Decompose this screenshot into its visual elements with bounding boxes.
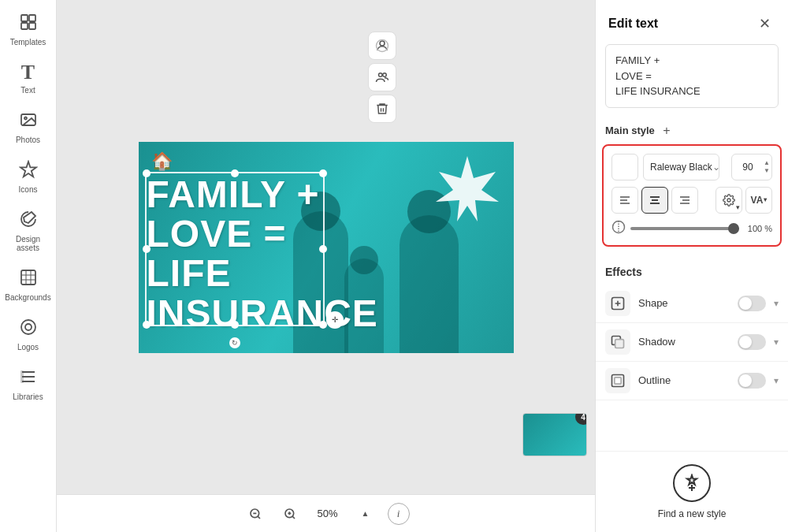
svg-rect-31 bbox=[615, 377, 621, 383]
templates-icon bbox=[19, 13, 38, 35]
font-select-wrapper: Raleway Black bbox=[643, 154, 727, 180]
svg-rect-2 bbox=[21, 23, 28, 29]
close-panel-button[interactable]: ✕ bbox=[753, 13, 775, 35]
svg-rect-6 bbox=[21, 270, 35, 285]
thumbnail-item[interactable]: 4 bbox=[522, 413, 587, 456]
opacity-slider[interactable] bbox=[630, 227, 739, 230]
libraries-icon bbox=[19, 367, 38, 389]
canvas-image[interactable]: 🏠 FAMILY + LOVE = LIFE INSURANCE bbox=[139, 142, 514, 353]
svg-point-5 bbox=[24, 117, 27, 120]
main-style-label: Main style bbox=[605, 125, 655, 136]
text-icon: T bbox=[21, 62, 35, 83]
sidebar-item-logos[interactable]: Logos bbox=[3, 311, 54, 358]
panel-title: Edit text bbox=[608, 17, 658, 31]
handle-tl[interactable] bbox=[143, 169, 151, 177]
effect-item-outline: Outline ▾ bbox=[596, 362, 788, 400]
style-row-1: Raleway Black ▲ ▼ bbox=[611, 154, 772, 180]
sidebar-item-photos[interactable]: Photos bbox=[3, 104, 54, 151]
right-panel-toolbar bbox=[368, 32, 396, 123]
svg-point-12 bbox=[379, 73, 383, 77]
svg-point-8 bbox=[25, 324, 32, 330]
panel-header: Edit text ✕ bbox=[596, 0, 788, 44]
effects-header: Effects bbox=[596, 256, 788, 285]
sidebar-item-icons[interactable]: Icons bbox=[3, 154, 54, 200]
find-style-icon-button[interactable] bbox=[673, 464, 711, 502]
text-preview-box[interactable]: FAMILY + LOVE = LIFE INSURANCE bbox=[605, 44, 779, 108]
design-assets-icon bbox=[19, 210, 38, 232]
outline-toggle[interactable] bbox=[738, 373, 766, 389]
handle-ml[interactable] bbox=[143, 245, 151, 253]
thumbnail-badge: 4 bbox=[575, 413, 587, 425]
sidebar-item-design-assets-label: Design assets bbox=[8, 235, 49, 252]
font-size-wrapper: ▲ ▼ bbox=[731, 154, 772, 180]
people-tool-button[interactable] bbox=[368, 63, 396, 91]
thumbnail-strip: 4 bbox=[522, 413, 587, 456]
trash-tool-button[interactable] bbox=[368, 95, 396, 123]
sidebar-item-backgrounds[interactable]: Backgrounds bbox=[3, 262, 54, 308]
style-box: Raleway Black ▲ ▼ bbox=[602, 144, 782, 247]
icons-icon bbox=[19, 160, 38, 182]
handle-bl[interactable] bbox=[143, 321, 151, 329]
canvas-house-icon: 🏠 bbox=[151, 151, 173, 172]
shadow-chevron[interactable]: ▾ bbox=[774, 337, 779, 348]
outline-effect-icon bbox=[605, 368, 630, 393]
handle-br[interactable] bbox=[319, 321, 327, 329]
shape-chevron[interactable]: ▾ bbox=[774, 298, 779, 309]
align-left-button[interactable] bbox=[611, 187, 638, 214]
color-swatch[interactable] bbox=[611, 154, 638, 180]
shadow-effect-label: Shadow bbox=[638, 336, 730, 348]
shape-toggle[interactable] bbox=[738, 296, 766, 311]
sidebar-item-libraries[interactable]: Libraries bbox=[3, 361, 54, 407]
edit-panel: Edit text ✕ FAMILY + LOVE = LIFE INSURAN… bbox=[595, 0, 788, 532]
font-size-down[interactable]: ▼ bbox=[764, 167, 770, 175]
text-settings-button[interactable]: ▾ bbox=[716, 187, 742, 214]
shadow-toggle[interactable] bbox=[738, 334, 766, 350]
sidebar-item-logos-label: Logos bbox=[17, 343, 39, 352]
shape-effect-label: Shape bbox=[638, 297, 730, 309]
bottom-toolbar: 50% ▲ i bbox=[57, 494, 595, 532]
sidebar-item-libraries-label: Libraries bbox=[13, 392, 43, 401]
sidebar-item-design-assets[interactable]: Design assets bbox=[3, 203, 54, 259]
selection-box: ✛ ↻ bbox=[145, 172, 325, 326]
font-size-up[interactable]: ▲ bbox=[764, 159, 770, 167]
effect-item-shape: Shape ▾ bbox=[596, 285, 788, 323]
handle-mt[interactable] bbox=[231, 169, 239, 177]
zoom-chevron-button[interactable]: ▲ bbox=[353, 501, 378, 526]
zoom-out-button[interactable] bbox=[243, 501, 268, 526]
svg-marker-14 bbox=[436, 156, 499, 221]
style-row-3: 100 % bbox=[611, 220, 772, 237]
sidebar-item-backgrounds-label: Backgrounds bbox=[5, 293, 50, 302]
svg-rect-9 bbox=[20, 370, 24, 383]
sidebar-item-templates[interactable]: Templates bbox=[3, 6, 54, 53]
sidebar-item-icons-label: Icons bbox=[19, 185, 38, 194]
add-style-button[interactable]: + bbox=[660, 124, 674, 138]
handle-tr[interactable] bbox=[319, 169, 327, 177]
align-right-button[interactable] bbox=[671, 187, 698, 214]
canvas-wrapper: 🏠 FAMILY + LOVE = LIFE INSURANCE bbox=[57, 0, 595, 494]
info-button[interactable]: i bbox=[388, 503, 410, 525]
svg-rect-0 bbox=[21, 15, 28, 21]
handle-move[interactable]: ✛ bbox=[326, 311, 344, 329]
sidebar-item-text[interactable]: T Text bbox=[3, 56, 54, 101]
svg-rect-29 bbox=[615, 339, 624, 348]
outline-chevron[interactable]: ▾ bbox=[774, 375, 779, 386]
effect-item-shadow: Shadow ▾ bbox=[596, 323, 788, 362]
handle-mr[interactable] bbox=[319, 245, 327, 253]
shape-effect-icon bbox=[605, 291, 630, 316]
canvas-area: 🏠 FAMILY + LOVE = LIFE INSURANCE bbox=[57, 0, 595, 532]
svg-point-13 bbox=[383, 73, 387, 77]
profile-tool-button[interactable] bbox=[368, 32, 396, 60]
font-select[interactable]: Raleway Black bbox=[643, 154, 719, 180]
zoom-in-button[interactable] bbox=[277, 501, 303, 526]
photos-icon bbox=[19, 110, 38, 132]
sidebar-item-photos-label: Photos bbox=[16, 136, 40, 144]
logos-icon bbox=[19, 318, 38, 340]
rotate-handle[interactable]: ↻ bbox=[229, 337, 240, 348]
handle-mb[interactable] bbox=[231, 321, 239, 329]
va-button[interactable]: VA ▾ bbox=[745, 187, 772, 214]
align-center-button[interactable] bbox=[641, 187, 668, 214]
burst-shape bbox=[434, 154, 501, 221]
shadow-effect-icon bbox=[605, 329, 630, 355]
zoom-level-display: 50% bbox=[312, 508, 344, 519]
svg-rect-3 bbox=[29, 23, 35, 29]
